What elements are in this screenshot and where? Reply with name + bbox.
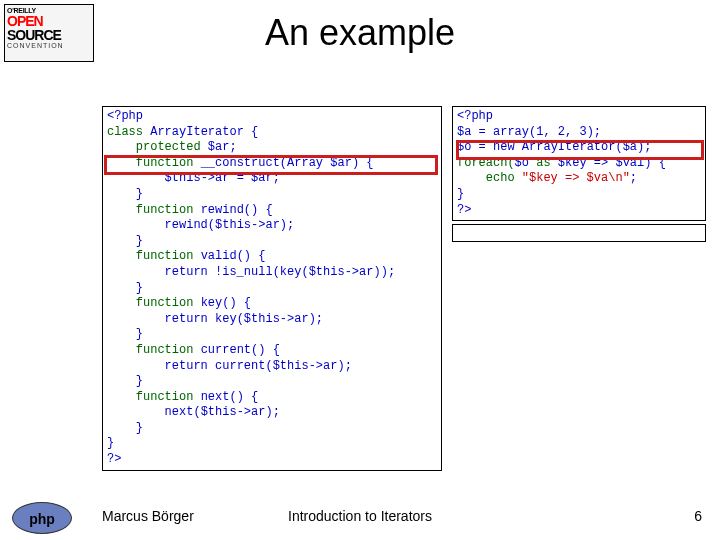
empty-code-box [452,224,706,242]
code-block-right: <?php $a = array(1, 2, 3); $o = new Arra… [452,106,706,221]
footer-title: Introduction to Iterators [0,508,720,524]
code-block-left: <?php class ArrayIterator { protected $a… [102,106,442,471]
footer-page: 6 [694,508,702,524]
slide-title: An example [0,12,720,54]
code-left-pre: <?php class ArrayIterator { protected $a… [107,109,437,468]
code-right-pre: <?php $a = array(1, 2, 3); $o = new Arra… [457,109,701,218]
